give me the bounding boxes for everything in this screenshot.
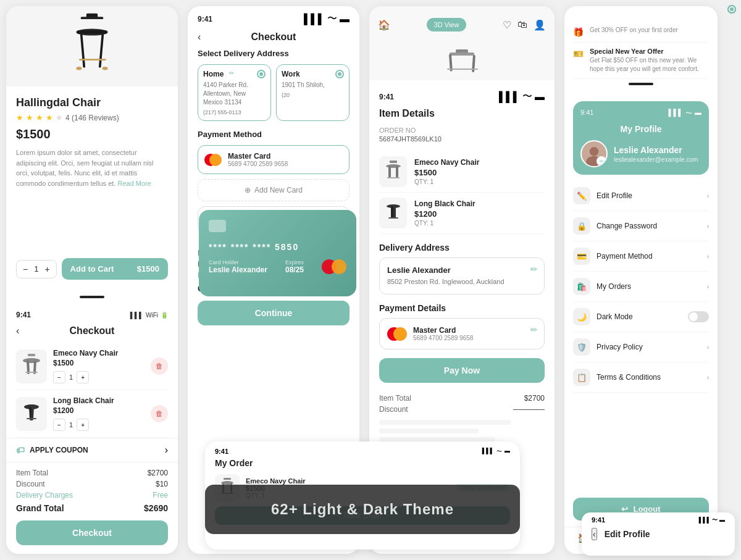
address-cards: Home 4140 Parker Rd. Allentown, New Mexi… [198, 64, 350, 121]
apply-coupon-row[interactable]: 🏷 APPLY COUPON › [6, 438, 178, 462]
menu-privacy-policy[interactable]: 🛡️ Privacy Policy › [573, 332, 709, 362]
home-radio [257, 70, 266, 78]
delivery-edit-icon[interactable]: ✏ [530, 264, 538, 274]
ep-time: 9:41 [592, 516, 605, 524]
detail-item-1-price: $1500 [414, 168, 545, 177]
cart-price-tag: $1500 [137, 264, 159, 274]
menu-dark-mode[interactable]: 🌙 Dark Mode [573, 302, 709, 332]
menu-change-password[interactable]: 🔒 Change Password › [573, 211, 709, 241]
card-number: **** **** **** 5850 [209, 242, 346, 252]
home-nav-icon[interactable]: 🏠 [378, 19, 390, 31]
menu-payment-method[interactable]: 💳 Payment Method › [573, 241, 709, 272]
product-price: $1500 [16, 127, 168, 141]
menu-my-orders[interactable]: 🛍️ My Orders › [573, 272, 709, 302]
card-holder-label: Card Holder [209, 259, 267, 265]
svg-point-8 [103, 67, 108, 70]
offers-indicator [629, 83, 653, 85]
svg-rect-23 [390, 161, 397, 163]
privacy-policy-label: Privacy Policy [597, 343, 701, 351]
my-orders-arrow: › [707, 283, 709, 290]
star-2: ★ [26, 113, 33, 122]
payment-edit-icon[interactable]: ✏ [530, 325, 538, 335]
dark-mode-toggle[interactable] [688, 311, 709, 322]
profile-status-icons: ▌▌▌ 〜 ▬ [669, 109, 701, 118]
view-3d-button[interactable]: 3D View [427, 18, 467, 31]
qty-increase-btn[interactable]: + [44, 264, 49, 274]
checkout-status-time: 9:41 [198, 15, 212, 23]
add-new-card-btn[interactable]: ⊕ Add New Card [198, 179, 350, 201]
cart-item-1-delete[interactable]: 🗑 [151, 357, 168, 375]
back-button-2[interactable]: ‹ [16, 325, 19, 336]
cart-item-1-increase[interactable]: + [77, 371, 89, 383]
svg-rect-26 [396, 166, 398, 178]
mastercard-option[interactable]: Master Card 5689 4700 2589 9658 [198, 145, 350, 174]
dark-mode-icon: 🌙 [573, 308, 590, 325]
mastercard-name: Master Card [228, 152, 288, 161]
item-battery-icon: ▬ [535, 91, 545, 102]
detail-discount-label: Discount [379, 405, 408, 414]
avatar-edit-icon[interactable]: ✏ [597, 156, 606, 166]
pay-now-button[interactable]: Pay Now [379, 358, 545, 383]
svg-point-10 [23, 358, 40, 363]
back-button-main[interactable]: ‹ [198, 31, 201, 43]
cart-item-2-price: $1200 [53, 406, 144, 415]
item-details-title: Item Details [379, 108, 545, 119]
work-addr-text: 1901 Th Shiloh, [282, 81, 344, 90]
star-rating: ★ ★ ★ ★ ★ 4 (146 Reviews) [16, 113, 168, 122]
menu-terms-conditions[interactable]: 📋 Terms & Conditions › [573, 362, 709, 393]
svg-rect-1 [81, 17, 104, 19]
ep-header: ‹ Edit Profile [582, 525, 735, 543]
work-address-card[interactable]: Work 1901 Th Shiloh, (20 [276, 64, 350, 121]
profile-user-name: Leslie Alexander [614, 145, 698, 155]
ep-back-button[interactable]: ‹ [592, 528, 597, 540]
cart-item-2-increase[interactable]: + [77, 419, 89, 431]
cart-item-2-qty: 1 [69, 421, 73, 428]
order-no-label: ORDER NO [379, 127, 545, 134]
bag-icon[interactable]: 🛍 [517, 19, 527, 31]
profile-avatar: ✏ [580, 140, 608, 167]
cart-item-2-decrease[interactable]: − [53, 419, 65, 431]
star-3: ★ [36, 113, 43, 122]
continue-btn[interactable]: Continue [198, 301, 350, 325]
product-preview-top: 🏠 3D View ♡ 🛍 👤 [369, 6, 555, 43]
item-wifi-icon: 〜 [522, 90, 532, 103]
cart-item-2-delete[interactable]: 🗑 [151, 405, 168, 422]
cart-item-1-info: Emeco Navy Chair $1500 − 1 + [53, 349, 144, 383]
quantity-control: − 1 + [16, 260, 57, 278]
detail-discount-val: ────── [513, 405, 545, 414]
detail-item-2: Long Black Chair $1200 QTY: 1 [379, 193, 545, 234]
order-no-row: ORDER NO 56874JHT8569LK10 [379, 127, 545, 143]
privacy-policy-icon: 🛡️ [573, 338, 590, 356]
home-addr-text: 4140 Parker Rd. Allentown, New Mexico 31… [203, 81, 266, 107]
profile-battery: ▬ [695, 109, 701, 118]
checkout-signal-icon: ▌▌▌ [304, 14, 325, 25]
signal-icon: ▌▌▌ [130, 312, 143, 319]
profile-icon[interactable]: 👤 [534, 19, 546, 31]
discount-label: Discount [16, 480, 45, 488]
cart-item-1-image [16, 349, 47, 383]
mop-status-icons: ▌▌▌ 〜 ▬ [482, 448, 510, 456]
delivery-row: Delivery Charges Free [16, 491, 168, 499]
checkout-button[interactable]: Checkout [16, 520, 168, 545]
card-holder-group: Card Holder Leslie Alexander [209, 259, 267, 274]
chair-preview-area [369, 43, 555, 80]
privacy-policy-arrow: › [707, 344, 709, 351]
mop-wifi: 〜 [496, 448, 502, 456]
heart-icon[interactable]: ♡ [503, 19, 511, 31]
first-offer: 🎁 Get 30% OFF on your first order [573, 21, 709, 43]
qty-decrease-btn[interactable]: − [23, 264, 28, 274]
read-more-link[interactable]: Read More [117, 180, 151, 187]
grand-total-row: Grand Total $2690 [16, 503, 168, 513]
detail-discount-row: Discount ────── [379, 405, 545, 414]
home-edit-icon[interactable]: ✏ [229, 70, 234, 77]
svg-rect-17 [27, 418, 36, 419]
work-addr-type: Work [282, 70, 344, 78]
cart-item-1-decrease[interactable]: − [53, 371, 65, 383]
payment-method-arrow: › [707, 253, 709, 260]
home-address-card[interactable]: Home 4140 Parker Rd. Allentown, New Mexi… [198, 64, 271, 121]
detail-item-1-name: Emeco Navy Chair [414, 158, 545, 167]
add-to-cart-button[interactable]: Add to Cart $1500 [62, 258, 168, 280]
work-addr-phone: (20 [282, 92, 344, 98]
menu-edit-profile[interactable]: ✏️ Edit Profile › [573, 181, 709, 211]
add-to-cart-label: Add to Cart [70, 264, 114, 274]
